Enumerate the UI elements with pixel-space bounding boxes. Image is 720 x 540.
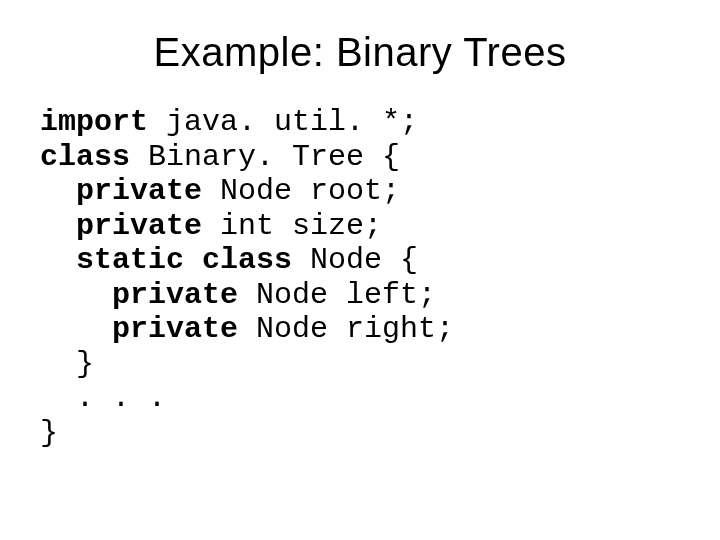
code-text: Binary. Tree { <box>130 140 400 174</box>
code-text: . . . <box>40 381 166 415</box>
keyword-import: import <box>40 105 148 139</box>
keyword-static-class: static class <box>76 243 292 277</box>
code-text: Node root; <box>202 174 400 208</box>
slide: Example: Binary Trees import java. util.… <box>0 0 720 540</box>
code-text: int size; <box>202 209 382 243</box>
keyword-private: private <box>112 278 238 312</box>
code-text: java. util. *; <box>148 105 418 139</box>
slide-title: Example: Binary Trees <box>40 30 680 75</box>
code-text: Node right; <box>238 312 454 346</box>
code-text: } <box>40 347 94 381</box>
keyword-class: class <box>40 140 130 174</box>
code-text: Node left; <box>238 278 436 312</box>
code-block: import java. util. *; class Binary. Tree… <box>40 105 680 450</box>
code-text: Node { <box>292 243 418 277</box>
code-text: } <box>40 416 58 450</box>
keyword-private: private <box>76 209 202 243</box>
keyword-private: private <box>112 312 238 346</box>
keyword-private: private <box>76 174 202 208</box>
